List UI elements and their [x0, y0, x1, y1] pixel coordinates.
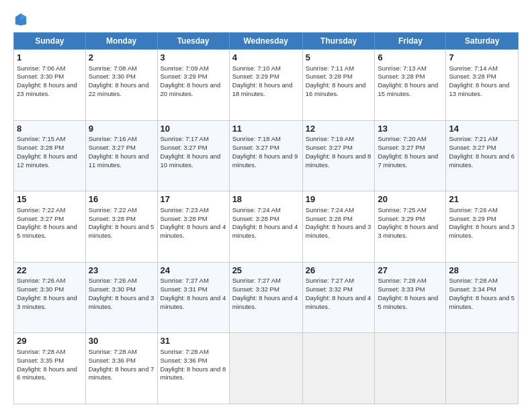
calendar-week-row: 8Sunrise: 7:15 AMSunset: 3:28 PMDaylight… [14, 120, 519, 191]
sunset-label: Sunset: 3:28 PM [89, 215, 136, 222]
sunrise-label: Sunrise: 7:28 AM [89, 348, 137, 355]
sunrise-label: Sunrise: 7:25 AM [378, 206, 426, 214]
day-number: 30 [89, 335, 154, 347]
calendar-week-row: 29Sunrise: 7:28 AMSunset: 3:35 PMDayligh… [14, 333, 519, 404]
sunrise-label: Sunrise: 7:26 AM [17, 277, 65, 284]
logo [13, 12, 28, 27]
weekday-header: Monday [85, 33, 157, 50]
daylight-label: Daylight: 8 hours and 6 minutes. [17, 365, 77, 381]
sunrise-label: Sunrise: 7:17 AM [161, 135, 209, 142]
calendar-cell: 7Sunrise: 7:14 AMSunset: 3:28 PMDaylight… [446, 50, 519, 121]
day-number: 18 [232, 193, 300, 205]
calendar-header-row: SundayMondayTuesdayWednesdayThursdayFrid… [14, 33, 519, 50]
day-number: 5 [306, 52, 372, 64]
sunrise-label: Sunrise: 7:20 AM [378, 135, 426, 142]
calendar-cell [302, 333, 375, 404]
daylight-label: Daylight: 8 hours and 23 minutes. [17, 81, 77, 97]
calendar-cell: 3Sunrise: 7:09 AMSunset: 3:29 PMDaylight… [157, 50, 229, 121]
calendar-cell: 12Sunrise: 7:19 AMSunset: 3:27 PMDayligh… [302, 120, 375, 191]
daylight-label: Daylight: 8 hours and 18 minutes. [232, 81, 293, 97]
sunset-label: Sunset: 3:27 PM [232, 144, 279, 151]
calendar-cell [446, 333, 519, 404]
calendar-week-row: 22Sunrise: 7:26 AMSunset: 3:30 PMDayligh… [14, 262, 519, 333]
calendar-cell: 22Sunrise: 7:26 AMSunset: 3:30 PMDayligh… [14, 262, 86, 333]
calendar-cell: 23Sunrise: 7:26 AMSunset: 3:30 PMDayligh… [85, 262, 157, 333]
day-number: 26 [306, 265, 372, 277]
sunset-label: Sunset: 3:34 PM [449, 285, 496, 293]
daylight-label: Daylight: 8 hours and 20 minutes. [161, 81, 221, 97]
sunset-label: Sunset: 3:28 PM [17, 144, 64, 151]
day-number: 29 [17, 335, 83, 347]
calendar-cell: 20Sunrise: 7:25 AMSunset: 3:29 PMDayligh… [375, 191, 446, 263]
calendar-cell: 11Sunrise: 7:18 AMSunset: 3:27 PMDayligh… [229, 120, 302, 191]
calendar-cell: 16Sunrise: 7:22 AMSunset: 3:28 PMDayligh… [85, 191, 157, 263]
calendar-cell: 9Sunrise: 7:16 AMSunset: 3:27 PMDaylight… [85, 120, 157, 191]
day-number: 10 [161, 123, 226, 135]
day-number: 16 [89, 193, 154, 205]
sunrise-label: Sunrise: 7:28 AM [378, 277, 426, 284]
day-number: 12 [306, 123, 372, 135]
daylight-label: Daylight: 8 hours and 4 minutes. [232, 294, 298, 310]
day-number: 9 [89, 123, 154, 135]
day-number: 8 [17, 123, 83, 135]
sunset-label: Sunset: 3:32 PM [306, 285, 353, 293]
weekday-header: Saturday [446, 33, 519, 50]
sunset-label: Sunset: 3:27 PM [449, 144, 496, 151]
sunset-label: Sunset: 3:31 PM [161, 285, 208, 293]
calendar-cell: 2Sunrise: 7:08 AMSunset: 3:30 PMDaylight… [85, 50, 157, 121]
daylight-label: Daylight: 8 hours and 22 minutes. [89, 81, 149, 97]
calendar-cell: 27Sunrise: 7:28 AMSunset: 3:33 PMDayligh… [375, 262, 446, 333]
daylight-label: Daylight: 8 hours and 8 minutes. [161, 365, 226, 381]
calendar-cell: 19Sunrise: 7:24 AMSunset: 3:28 PMDayligh… [302, 191, 375, 263]
weekday-header: Wednesday [229, 33, 302, 50]
daylight-label: Daylight: 8 hours and 15 minutes. [378, 81, 438, 97]
sunset-label: Sunset: 3:27 PM [378, 144, 425, 151]
day-number: 1 [17, 52, 83, 64]
sunset-label: Sunset: 3:29 PM [378, 215, 425, 222]
sunset-label: Sunset: 3:30 PM [17, 73, 64, 80]
day-number: 19 [306, 193, 372, 205]
calendar-week-row: 15Sunrise: 7:22 AMSunset: 3:27 PMDayligh… [14, 191, 519, 263]
calendar-cell: 31Sunrise: 7:28 AMSunset: 3:36 PMDayligh… [157, 333, 229, 404]
calendar-cell: 28Sunrise: 7:28 AMSunset: 3:34 PMDayligh… [446, 262, 519, 333]
daylight-label: Daylight: 8 hours and 6 minutes. [449, 152, 515, 169]
sunrise-label: Sunrise: 7:22 AM [17, 206, 65, 214]
sunrise-label: Sunrise: 7:13 AM [378, 64, 426, 72]
daylight-label: Daylight: 8 hours and 7 minutes. [378, 152, 438, 169]
sunset-label: Sunset: 3:28 PM [449, 73, 496, 80]
sunrise-label: Sunrise: 7:27 AM [161, 277, 209, 284]
day-number: 3 [161, 52, 226, 64]
sunset-label: Sunset: 3:28 PM [161, 215, 208, 222]
calendar-cell: 15Sunrise: 7:22 AMSunset: 3:27 PMDayligh… [14, 191, 86, 263]
sunset-label: Sunset: 3:32 PM [232, 285, 279, 293]
day-number: 24 [161, 265, 226, 277]
calendar-table: SundayMondayTuesdayWednesdayThursdayFrid… [13, 32, 519, 404]
sunrise-label: Sunrise: 7:22 AM [89, 206, 137, 214]
day-number: 14 [449, 123, 515, 135]
daylight-label: Daylight: 8 hours and 3 minutes. [17, 294, 77, 310]
sunrise-label: Sunrise: 7:28 AM [17, 348, 65, 355]
calendar-cell: 26Sunrise: 7:27 AMSunset: 3:32 PMDayligh… [302, 262, 375, 333]
calendar-cell: 30Sunrise: 7:28 AMSunset: 3:36 PMDayligh… [85, 333, 157, 404]
calendar-cell: 21Sunrise: 7:26 AMSunset: 3:29 PMDayligh… [446, 191, 519, 263]
calendar-cell: 14Sunrise: 7:21 AMSunset: 3:27 PMDayligh… [446, 120, 519, 191]
calendar-cell: 8Sunrise: 7:15 AMSunset: 3:28 PMDaylight… [14, 120, 86, 191]
sunrise-label: Sunrise: 7:18 AM [232, 135, 281, 142]
day-number: 20 [378, 193, 443, 205]
sunrise-label: Sunrise: 7:26 AM [89, 277, 137, 284]
sunset-label: Sunset: 3:33 PM [378, 285, 425, 293]
weekday-header: Sunday [14, 33, 86, 50]
daylight-label: Daylight: 8 hours and 13 minutes. [449, 81, 509, 97]
day-number: 15 [17, 193, 83, 205]
daylight-label: Daylight: 8 hours and 8 minutes. [306, 152, 371, 169]
daylight-label: Daylight: 8 hours and 3 minutes. [306, 223, 371, 239]
sunset-label: Sunset: 3:28 PM [378, 73, 425, 80]
day-number: 6 [378, 52, 443, 64]
calendar-cell: 25Sunrise: 7:27 AMSunset: 3:32 PMDayligh… [229, 262, 302, 333]
daylight-label: Daylight: 8 hours and 5 minutes. [89, 223, 154, 239]
daylight-label: Daylight: 8 hours and 9 minutes. [232, 152, 298, 169]
sunset-label: Sunset: 3:30 PM [89, 285, 136, 293]
day-number: 25 [232, 265, 300, 277]
daylight-label: Daylight: 8 hours and 5 minutes. [378, 294, 438, 310]
calendar-cell: 29Sunrise: 7:28 AMSunset: 3:35 PMDayligh… [14, 333, 86, 404]
